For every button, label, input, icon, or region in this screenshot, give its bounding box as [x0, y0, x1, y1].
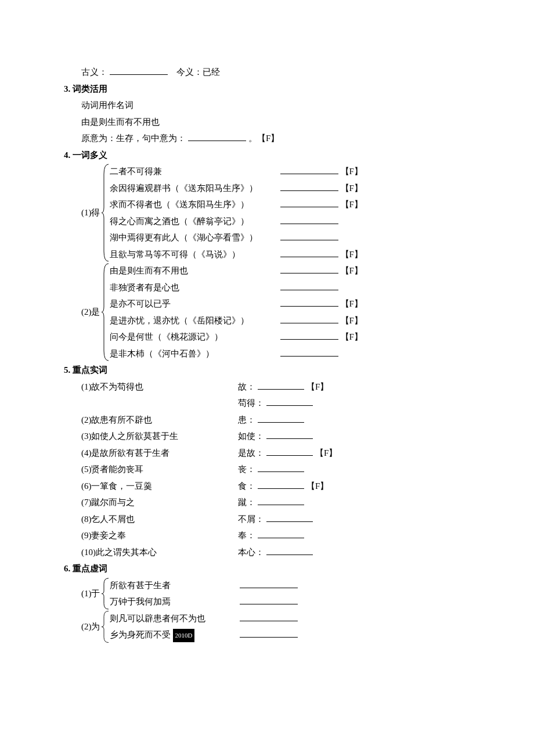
vocab-sentence: (7)蹴尔而与之 [81, 494, 238, 511]
brace-item: 且欲与常马等不可得（《马说》）【F】 [110, 246, 482, 263]
brace-item-text: 湖中焉得更有此人（《湖心亭看雪》） [110, 229, 278, 246]
guyi-prefix: 古义： [81, 67, 107, 77]
vocab-sentence: (1)故不为苟得也 [81, 379, 238, 395]
brace-icon [102, 610, 110, 643]
f-tag: 【F】 [341, 180, 363, 197]
brace-item: 则凡可以辟患者何不为也 [110, 610, 482, 627]
f-tag: 【F】 [306, 478, 329, 495]
year-badge: 2010D [173, 629, 195, 642]
blank-field[interactable] [280, 314, 338, 323]
f-tag: 【F】 [341, 329, 363, 345]
f-tag: 【F】 [341, 196, 363, 213]
blank-field[interactable] [280, 264, 338, 273]
vocab-row: (2)故患有所不辟也患： [81, 412, 482, 429]
group-shi: (2)是 由是则生而有不用也【F】非独贤者有是心也是亦不可以已乎【F】是进亦忧，… [81, 262, 482, 362]
blank-field[interactable] [266, 513, 313, 522]
blank-field[interactable] [280, 182, 338, 191]
brace-item-text: 所欲有甚于生者 [110, 577, 237, 594]
blank-field[interactable] [280, 215, 338, 224]
brace-item-text: 则凡可以辟患者何不为也 [110, 610, 237, 627]
vocab-row: (4)是故所欲有甚于生者是故：【F】 [81, 445, 482, 462]
f-tag: 【F】 [341, 296, 363, 312]
vocab-row: (8)乞人不屑也不屑： [81, 511, 482, 528]
vocab-row: (6)一箪食，一豆羹食：【F】 [81, 478, 482, 495]
brace-item: 问今是何世（《桃花源记》）【F】 [110, 329, 482, 345]
blank-field[interactable] [266, 447, 313, 456]
blank-field[interactable] [280, 297, 338, 307]
blank-field[interactable] [240, 612, 298, 621]
blank-field[interactable] [280, 165, 338, 174]
vocab-row: (7)蹴尔而与之蹴： [81, 494, 482, 511]
brace-item: 由是则生而有不用也【F】 [110, 262, 482, 279]
f-tag: 【F】 [341, 312, 363, 329]
s3-line1: 动词用作名词 [64, 97, 482, 114]
blank-field[interactable] [188, 132, 246, 141]
vocab-sentence: (10)此之谓失其本心 [81, 544, 238, 561]
s3-l3a: 原意为：生存，句中意为： [81, 134, 186, 143]
blank-field[interactable] [258, 496, 304, 505]
brace-item: 是进亦忧，退亦忧（《岳阳楼记》）【F】 [110, 312, 482, 329]
vocab-sentence: (9)妻妾之奉 [81, 527, 238, 544]
brace-item: 二者不可得兼【F】 [110, 163, 482, 180]
blank-field[interactable] [240, 595, 298, 604]
vocab-row: (10)此之谓失其本心本心： [81, 544, 482, 561]
vocab-sentence: (5)贤者能勿丧耳 [81, 461, 238, 478]
brace-item-text: 问今是何世（《桃花源记》） [110, 329, 278, 345]
vocab-row: 苟得： [81, 395, 482, 412]
vocab-label: 苟得： [238, 395, 264, 412]
blank-field[interactable] [258, 463, 304, 472]
s3-line2: 由是则生而有不用也 [64, 114, 482, 131]
blank-field[interactable] [110, 66, 168, 75]
blank-field[interactable] [280, 330, 338, 340]
blank-field[interactable] [266, 397, 313, 406]
brace-item-text: 是进亦忧，退亦忧（《岳阳楼记》） [110, 312, 278, 329]
brace-item: 得之心而寓之酒也（《醉翁亭记》） [110, 213, 482, 230]
blank-field[interactable] [280, 198, 338, 207]
f-tag: 【F】 [315, 445, 337, 462]
brace-icon [102, 163, 110, 262]
brace-item: 是非木杮（《河中石兽》） [110, 345, 482, 362]
group-yu: (1)于 所欲有甚于生者万钟于我何加焉 [81, 577, 482, 610]
blank-field[interactable] [280, 248, 338, 257]
vocab-sentence: (3)如使人之所欲莫甚于生 [81, 428, 238, 445]
brace-item: 万钟于我何加焉 [110, 593, 482, 610]
brace-item-text: 是非木杮（《河中石兽》） [110, 345, 278, 362]
jinyi-value: 已经 [203, 67, 220, 77]
section-4-heading: 4. 一词多义 [64, 147, 482, 164]
blank-field[interactable] [266, 430, 313, 439]
f-tag: 【F】 [341, 246, 363, 263]
blank-field[interactable] [280, 347, 338, 357]
blank-field[interactable] [266, 546, 313, 555]
section-5-heading: 5. 重点实词 [64, 362, 482, 379]
brace-item-text: 且欲与常马等不可得（《马说》） [110, 246, 278, 263]
vocab-sentence: (2)故患有所不辟也 [81, 412, 238, 429]
blank-field[interactable] [258, 529, 304, 538]
group-de: (1)得 二者不可得兼【F】余因得遍观群书（《送东阳马生序》）【F】求而不得者也… [81, 163, 482, 262]
vocab-label: 丧： [238, 461, 255, 478]
blank-field[interactable] [240, 579, 298, 588]
blank-field[interactable] [240, 628, 298, 638]
vocab-label: 是故： [238, 445, 264, 462]
brace-item-text: 求而不得者也（《送东阳马生序》） [110, 196, 278, 213]
f-tag: 【F】 [306, 379, 329, 395]
brace-item-text: 乡为身死而不受2010D [110, 627, 237, 643]
brace-icon [102, 577, 110, 610]
blank-field[interactable] [258, 413, 304, 423]
brace-item-text: 万钟于我何加焉 [110, 593, 237, 610]
blank-field[interactable] [258, 380, 304, 390]
guyi-line: 古义： 今义：已经 [64, 64, 482, 81]
brace-icon [102, 262, 110, 362]
vocab-row: (9)妻妾之奉奉： [81, 527, 482, 544]
blank-field[interactable] [280, 231, 338, 240]
brace-item: 乡为身死而不受2010D [110, 627, 482, 643]
brace-item: 湖中焉得更有此人（《湖心亭看雪》） [110, 229, 482, 246]
s3-l3b: 。【F】 [248, 134, 279, 143]
brace-item: 余因得遍观群书（《送东阳马生序》）【F】 [110, 180, 482, 197]
group-yu-label: (1)于 [81, 577, 102, 610]
blank-field[interactable] [280, 281, 338, 290]
group-wei-label: (2)为 [81, 610, 102, 643]
blank-field[interactable] [258, 480, 304, 489]
brace-item-text: 由是则生而有不用也 [110, 262, 278, 279]
vocab-label: 不屑： [238, 511, 264, 528]
vocab-row: (3)如使人之所欲莫甚于生如使： [81, 428, 482, 445]
